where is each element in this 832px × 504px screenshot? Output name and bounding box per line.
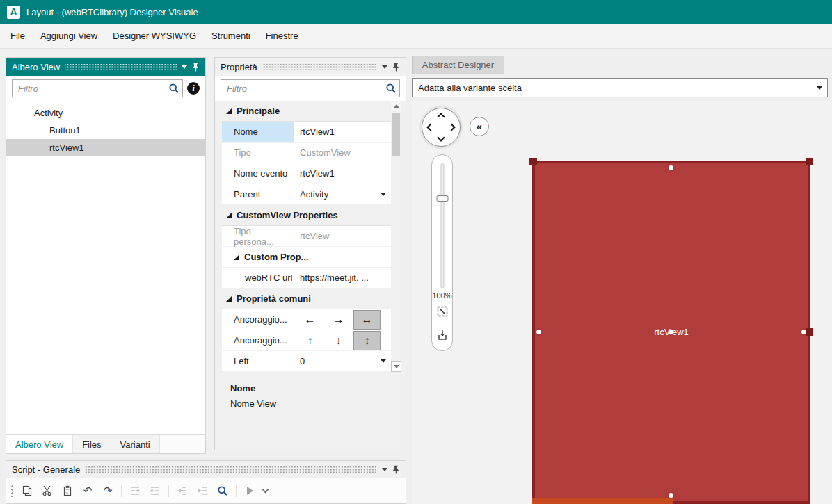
search-button[interactable] xyxy=(216,484,230,498)
prop-value-dropdown[interactable]: Activity xyxy=(294,184,391,204)
resize-handle-top-left[interactable] xyxy=(529,158,537,165)
anchor-left-button[interactable]: ← xyxy=(296,310,323,330)
designer-canvas[interactable]: « 100% rtcView1 xyxy=(412,101,832,504)
prop-name-cell[interactable]: Left xyxy=(222,351,294,371)
paste-button[interactable] xyxy=(61,484,74,498)
fit-width-button[interactable] xyxy=(435,327,450,343)
menu-aggiungi-view[interactable]: Aggiungi View xyxy=(33,25,105,47)
tree-panel: Albero View i Activity Button1 rtcView1 … xyxy=(6,57,206,454)
tree-node-button1[interactable]: Button1 xyxy=(6,122,205,139)
tab-albero-view[interactable]: Albero View xyxy=(6,435,73,453)
tree-node-label: Activity xyxy=(34,108,63,118)
fit-to-view-button[interactable] xyxy=(435,304,450,319)
pan-down-icon[interactable] xyxy=(437,133,445,141)
zoom-control: 100% xyxy=(431,154,453,351)
prop-value-cell[interactable]: https://meet.jit. ... xyxy=(294,268,391,288)
prop-row-left[interactable]: Left 0 xyxy=(222,351,391,372)
anchor-top-button[interactable]: ↑ xyxy=(296,331,323,350)
fit-to-view-icon xyxy=(436,305,449,318)
property-grid-scrollbar[interactable] xyxy=(391,101,401,372)
anchor-both-vertical-button[interactable]: ↕ xyxy=(353,331,381,350)
zoom-slider-track[interactable] xyxy=(440,163,444,288)
uncomment-button[interactable] xyxy=(148,484,162,498)
prop-row-ancoraggio-verticale[interactable]: Ancoraggio... ↑ ↓ ↕ xyxy=(222,330,391,351)
anchor-bottom-button[interactable]: ↓ xyxy=(325,331,352,350)
prop-name-cell[interactable]: Nome xyxy=(222,122,294,142)
prop-row-tipo-personalizzato[interactable]: Tipo persona... rtcView xyxy=(222,226,391,247)
section-label: Custom Prop... xyxy=(244,252,308,262)
section-proprieta-comuni[interactable]: Proprietà comuni xyxy=(222,288,391,309)
panel-collapse-icon[interactable] xyxy=(182,65,187,69)
prop-value-dropdown[interactable]: 0 xyxy=(294,351,391,371)
tab-files[interactable]: Files xyxy=(73,435,111,453)
indent-button[interactable] xyxy=(175,484,189,498)
prop-value-cell[interactable]: rtcView1 xyxy=(294,122,391,142)
pan-right-icon[interactable] xyxy=(447,123,455,131)
tab-varianti[interactable]: Varianti xyxy=(111,435,160,453)
variant-selector-combobox[interactable]: Adatta alla variante scelta xyxy=(412,78,828,97)
section-principale[interactable]: Principale xyxy=(222,101,391,122)
panel-collapse-icon[interactable] xyxy=(382,468,387,471)
comment-button[interactable] xyxy=(128,484,142,498)
scrollbar-thumb[interactable] xyxy=(392,113,400,156)
tree-node-label: Button1 xyxy=(49,125,81,136)
pan-up-icon[interactable] xyxy=(437,113,445,120)
tree-node-activity[interactable]: Activity xyxy=(6,104,205,122)
prop-name-cell[interactable]: Nome evento xyxy=(222,163,294,184)
zoom-slider-thumb[interactable] xyxy=(436,195,448,202)
chevron-down-icon[interactable] xyxy=(381,359,386,363)
pin-icon[interactable] xyxy=(192,63,200,72)
dotted-divider xyxy=(85,466,377,473)
prop-name-cell[interactable]: Parent xyxy=(222,184,294,204)
section-customview-properties[interactable]: CustomView Properties xyxy=(222,205,391,226)
expander-icon xyxy=(226,296,232,302)
section-custom-properties[interactable]: Custom Prop... xyxy=(222,247,391,268)
anchor-both-horizontal-button[interactable]: ↔ xyxy=(353,310,381,330)
resize-dot-top-center[interactable] xyxy=(669,165,673,170)
panel-collapse-icon[interactable] xyxy=(382,65,387,69)
properties-filter-input[interactable] xyxy=(221,79,400,97)
toolbar-grip-icon[interactable] xyxy=(10,485,14,497)
menu-designer-wysiwyg[interactable]: Designer WYSIWYG xyxy=(105,25,204,47)
rtcview1-view[interactable]: rtcView1 xyxy=(532,161,810,504)
run-button[interactable] xyxy=(243,484,257,498)
prop-value-cell[interactable]: rtcView1 xyxy=(294,163,391,184)
prop-name-cell[interactable]: webRTC url xyxy=(222,268,294,288)
pan-left-icon[interactable] xyxy=(426,123,434,131)
property-description: Nome Nome View xyxy=(215,372,406,450)
anchor-right-button[interactable]: → xyxy=(325,310,352,330)
tree-node-rtcview1[interactable]: rtcView1 xyxy=(6,139,205,156)
cut-button[interactable] xyxy=(40,484,54,498)
pin-icon[interactable] xyxy=(392,465,400,474)
menu-strumenti[interactable]: Strumenti xyxy=(204,25,258,47)
prop-row-ancoraggio-orizzontale[interactable]: Ancoraggio... ← → ↔ xyxy=(222,309,391,330)
prop-value-cell: CustomView xyxy=(294,143,391,163)
scroll-up-button[interactable] xyxy=(391,101,401,111)
pin-icon[interactable] xyxy=(392,63,400,72)
tree-panel-header: Albero View xyxy=(6,58,205,76)
resize-dot-bottom-center[interactable] xyxy=(669,493,673,498)
menu-finestre[interactable]: Finestre xyxy=(258,25,306,47)
toolbar-separator xyxy=(236,485,237,497)
tab-abstract-designer[interactable]: Abstract Designer xyxy=(412,56,504,74)
redo-button[interactable]: ↷ xyxy=(101,484,115,498)
info-icon[interactable]: i xyxy=(187,82,200,95)
tree-filter-input[interactable] xyxy=(12,79,183,97)
combo-dropdown-button[interactable] xyxy=(811,79,827,97)
prop-row-parent[interactable]: Parent Activity xyxy=(222,184,391,205)
prop-row-nome[interactable]: Nome rtcView1 xyxy=(222,122,391,143)
toolbar-overflow-icon[interactable] xyxy=(262,486,269,493)
resize-handle-top-right[interactable] xyxy=(806,158,813,165)
copy-button[interactable] xyxy=(20,484,34,498)
prop-row-tipo[interactable]: Tipo CustomView xyxy=(222,143,391,163)
collapse-controls-button[interactable]: « xyxy=(470,117,489,136)
menu-file[interactable]: File xyxy=(3,25,33,47)
scroll-down-button[interactable] xyxy=(391,361,401,372)
prop-name-cell: Ancoraggio... xyxy=(222,309,294,330)
pan-control[interactable] xyxy=(422,108,461,147)
undo-button[interactable]: ↶ xyxy=(81,484,95,498)
prop-row-nome-evento[interactable]: Nome evento rtcView1 xyxy=(222,163,391,184)
prop-row-webrtc-url[interactable]: webRTC url https://meet.jit. ... xyxy=(222,268,391,288)
chevron-down-icon[interactable] xyxy=(381,193,386,196)
outdent-button[interactable] xyxy=(195,484,209,498)
